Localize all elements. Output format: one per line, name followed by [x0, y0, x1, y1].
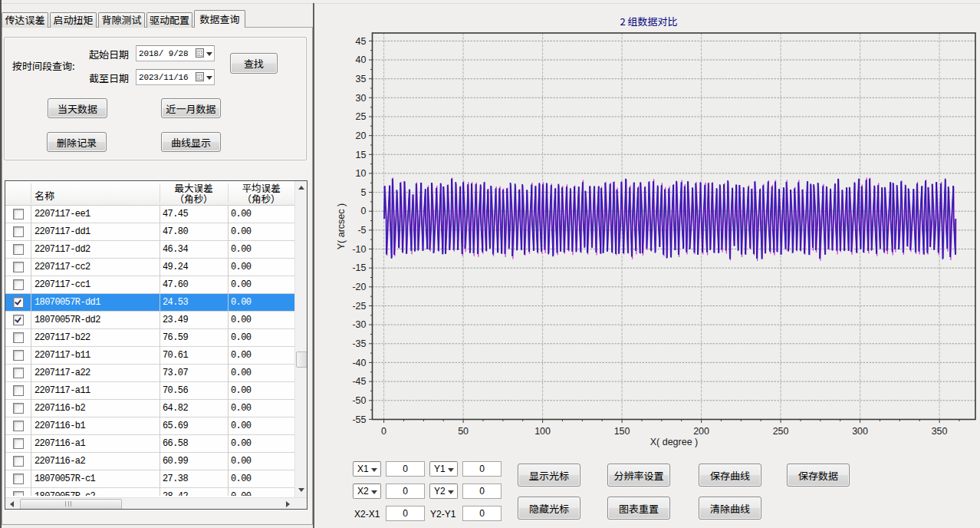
- svg-text:30: 30: [356, 93, 367, 104]
- svg-text:-30: -30: [352, 319, 366, 330]
- svg-text:300: 300: [852, 426, 868, 437]
- svg-text:45: 45: [356, 36, 367, 47]
- svg-text:250: 250: [773, 426, 789, 437]
- svg-text:200: 200: [693, 426, 709, 437]
- svg-text:-40: -40: [352, 358, 366, 368]
- svg-text:0: 0: [361, 206, 367, 216]
- svg-text:X( degree ): X( degree ): [650, 437, 699, 447]
- svg-text:350: 350: [932, 426, 948, 437]
- svg-text:-15: -15: [352, 262, 366, 273]
- svg-text:15: 15: [356, 150, 367, 160]
- svg-text:0: 0: [381, 426, 386, 437]
- svg-text:50: 50: [458, 426, 469, 437]
- svg-text:-10: -10: [352, 244, 366, 255]
- svg-text:5: 5: [361, 187, 367, 198]
- svg-text:-35: -35: [352, 338, 366, 349]
- svg-text:Y( arcsec ): Y( arcsec ): [336, 203, 347, 249]
- svg-text:-5: -5: [357, 225, 366, 236]
- svg-text:-25: -25: [352, 301, 366, 312]
- svg-text:2 组数据对比: 2 组数据对比: [620, 14, 677, 28]
- svg-text:-45: -45: [352, 376, 366, 387]
- svg-text:10: 10: [356, 168, 367, 179]
- svg-text:20: 20: [356, 130, 367, 141]
- svg-text:-20: -20: [352, 282, 366, 292]
- svg-text:25: 25: [356, 111, 367, 122]
- svg-text:150: 150: [614, 426, 630, 437]
- svg-text:-50: -50: [352, 395, 366, 406]
- svg-text:-55: -55: [352, 414, 366, 425]
- svg-text:100: 100: [534, 426, 551, 437]
- svg-text:35: 35: [356, 74, 367, 84]
- svg-text:40: 40: [356, 54, 367, 65]
